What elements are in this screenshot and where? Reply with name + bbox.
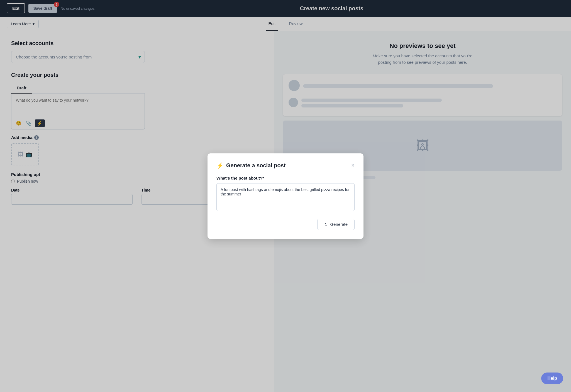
- generate-button[interactable]: ↻ Generate: [317, 219, 355, 230]
- generate-social-post-modal: ⚡ Generate a social post × What's the po…: [208, 153, 363, 239]
- modal-header: ⚡ Generate a social post ×: [216, 162, 355, 169]
- modal-overlay: ⚡ Generate a social post × What's the po…: [0, 0, 571, 392]
- modal-title: ⚡ Generate a social post: [216, 162, 286, 169]
- modal-footer: ↻ Generate: [216, 219, 355, 230]
- modal-title-text: Generate a social post: [226, 162, 286, 169]
- generate-label: Generate: [330, 222, 348, 227]
- modal-field-label: What's the post about?*: [216, 176, 355, 180]
- help-button[interactable]: Help: [541, 373, 563, 384]
- generate-icon: ↻: [324, 222, 328, 227]
- modal-textarea[interactable]: A fun post with hashtags and emojis abou…: [216, 183, 355, 211]
- lightning-icon: ⚡: [216, 162, 223, 169]
- modal-close-button[interactable]: ×: [351, 162, 355, 169]
